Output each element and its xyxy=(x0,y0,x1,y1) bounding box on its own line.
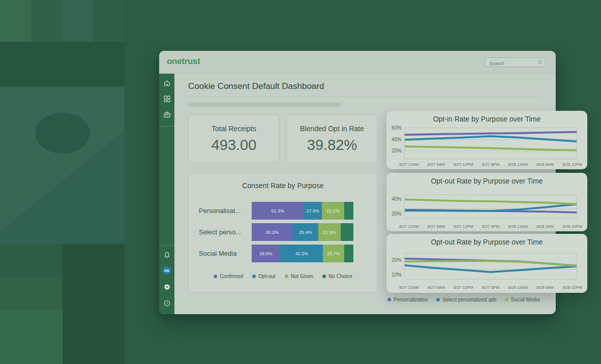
x-axis-tick: 8/28 6AM xyxy=(536,285,554,290)
tab-skeleton-bar xyxy=(188,103,341,107)
user-avatar[interactable]: KB xyxy=(163,266,171,275)
chart-plot-area xyxy=(404,128,577,159)
chart-title: Opt-in Rate by Purpose over Time xyxy=(386,115,587,123)
bg-tile xyxy=(0,0,31,42)
optout-rate-chart-card-2: Opt-out Rate by Purpose over Time 10%20%… xyxy=(386,234,587,293)
x-axis-tick: 8/27 6PM xyxy=(482,162,499,167)
bar-segment-confirmed: 51.3% xyxy=(252,202,304,220)
stat-value: 39.82% xyxy=(287,137,377,154)
bar-segment-not-given: 20.7% xyxy=(323,245,344,262)
blended-opt-in-rate-card: Blended Opt in Rate 39.82% xyxy=(286,114,378,163)
help-icon[interactable]: ? xyxy=(163,299,171,307)
legend-item: Not Given xyxy=(285,274,313,279)
x-axis-tick: 8/27 12AM xyxy=(399,285,419,290)
x-axis-tick: 8/27 6PM xyxy=(482,285,499,290)
y-axis-tick: 40% xyxy=(386,196,402,202)
x-axis-tick: 8/28 12AM xyxy=(508,162,528,167)
line-charts-legend: PersonalizationSelect personalized adsSo… xyxy=(387,297,540,302)
y-axis-tick: 20% xyxy=(386,148,402,154)
bar-segment-not-given: 22.1% xyxy=(322,202,344,220)
y-axis-tick: 10% xyxy=(386,272,402,278)
chart-title: Opt-out Rate by Purpose over Time xyxy=(386,177,587,185)
bar-row: Personalisat...51.3%17.6%22.1% xyxy=(199,202,353,220)
sidebar: KB ? xyxy=(159,74,174,314)
chart-title: Opt-out Rate by Purpose over Time xyxy=(386,238,587,246)
legend-label: Opt-out xyxy=(258,274,275,279)
bar-segment-confirmed: 28.0% xyxy=(252,245,280,262)
legend-item: Opt-out xyxy=(252,274,275,279)
search-box[interactable] xyxy=(485,57,546,67)
bar-row-label: Select perso... xyxy=(199,228,252,236)
bar-segment-opt-out: 25.4% xyxy=(292,223,318,241)
legend-item: Social Media xyxy=(505,297,540,302)
search-input[interactable] xyxy=(485,59,545,68)
chart-plot-area xyxy=(404,253,577,280)
bell-icon[interactable] xyxy=(163,251,171,259)
bar-row: Social Media28.0%42.2%20.7% xyxy=(199,245,353,262)
legend-item: No Choice xyxy=(322,274,352,279)
legend-label: No Choice xyxy=(328,274,352,279)
bar-segment-no-choice xyxy=(344,202,353,220)
onetrust-logo: onetrust xyxy=(167,56,200,67)
x-axis-tick: 8/27 12PM xyxy=(454,162,473,167)
briefcase-icon[interactable] xyxy=(163,111,171,118)
bg-tile xyxy=(93,0,125,42)
x-axis-tick: 8/27 12PM xyxy=(454,285,473,290)
apps-grid-icon[interactable] xyxy=(163,95,171,103)
sidebar-divider xyxy=(159,245,174,246)
x-axis-tick: 8/27 6AM xyxy=(428,285,445,290)
svg-text:?: ? xyxy=(166,301,168,305)
x-axis-tick: 8/28 6AM xyxy=(536,224,554,229)
stacked-bar: 51.3%17.6%22.1% xyxy=(252,202,353,220)
title-divider xyxy=(188,97,542,97)
x-axis-tick: 8/28 12AM xyxy=(508,285,528,290)
x-axis-tick: 8/28 6AM xyxy=(536,162,554,167)
bg-tile xyxy=(0,310,63,364)
y-axis-tick: 20% xyxy=(386,211,402,217)
x-axis-labels: 8/27 12AM8/27 6AM8/27 12PM8/27 6PM8/28 1… xyxy=(399,224,582,229)
gear-icon[interactable] xyxy=(163,283,171,291)
legend-dot xyxy=(252,275,256,278)
bg-tile xyxy=(62,0,93,42)
y-axis-tick: 40% xyxy=(386,137,402,142)
sidebar-divider xyxy=(159,126,174,127)
legend-dot xyxy=(214,275,217,278)
bar-segment-opt-out: 17.6% xyxy=(304,202,322,220)
y-axis-tick: 20% xyxy=(386,257,402,263)
x-axis-tick: 8/27 6AM xyxy=(428,162,445,167)
bar-row-label: Social Media xyxy=(199,250,252,257)
legend-label: Select personalized ads xyxy=(442,297,496,302)
x-axis-tick: 8/27 12AM xyxy=(399,162,419,167)
stat-value: 493.00 xyxy=(189,137,279,154)
x-axis-tick: 8/27 6AM xyxy=(428,224,445,229)
bg-diagonal xyxy=(0,86,125,244)
chart-legend: ConfirmedOpt-outNot GivenNo Choice xyxy=(189,274,377,279)
chart-plot-area xyxy=(404,195,577,219)
x-axis-tick: 8/28 12AM xyxy=(508,224,528,229)
optout-rate-chart-card-1: Opt-out Rate by Purpose over Time 20%40%… xyxy=(386,173,587,231)
x-axis-tick: 8/28 12PM xyxy=(562,285,582,290)
bar-segment-confirmed: 40.2% xyxy=(252,223,292,241)
bg-tile xyxy=(0,42,125,86)
search-icon xyxy=(537,59,543,65)
legend-label: Social Media xyxy=(511,297,540,302)
optin-rate-chart-card: Opt-in Rate by Purpose over Time 20%40%6… xyxy=(386,111,587,169)
x-axis-labels: 8/27 12AM8/27 6AM8/27 12PM8/27 6PM8/28 1… xyxy=(399,162,582,167)
stacked-bar-chart: Personalisat...51.3%17.6%22.1%Select per… xyxy=(199,202,353,266)
legend-dot xyxy=(505,298,508,301)
bg-tile xyxy=(63,244,125,364)
legend-label: Not Given xyxy=(291,274,313,279)
stacked-bar: 40.2%25.4%21.9% xyxy=(252,223,353,241)
bg-circle xyxy=(35,113,90,154)
legend-dot xyxy=(285,275,288,278)
legend-dot xyxy=(387,298,391,301)
home-icon[interactable] xyxy=(163,79,171,87)
bar-row-label: Personalisat... xyxy=(199,207,252,215)
consent-rate-chart-card: Consent Rate by Purpose Personalisat...5… xyxy=(188,173,378,292)
legend-dot xyxy=(322,275,326,278)
bar-segment-not-given: 21.9% xyxy=(318,223,341,241)
stat-label: Total Receipts xyxy=(189,125,279,133)
legend-dot xyxy=(436,298,440,301)
chart-title: Consent Rate by Purpose xyxy=(189,181,377,190)
bar-segment-opt-out: 42.2% xyxy=(280,245,323,262)
